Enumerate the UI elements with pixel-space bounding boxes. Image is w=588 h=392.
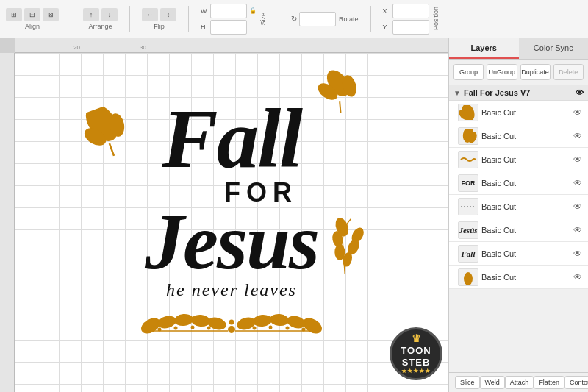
svg-line-3	[340, 101, 340, 113]
canvas-area[interactable]: 20 30	[0, 38, 448, 392]
contour-button[interactable]: Contour	[564, 376, 588, 389]
layer-item[interactable]: Basic Cut 👁	[449, 195, 588, 218]
svg-point-16	[173, 313, 193, 327]
layer-list: Basic Cut 👁 Basic Cut 👁 Basic Cut 👁 FOR	[449, 101, 588, 372]
ungroup-button[interactable]: UnGroup	[487, 64, 517, 80]
layer-name-8: Basic Cut	[481, 273, 569, 282]
layer-item[interactable]: FOR Basic Cut 👁	[449, 171, 588, 195]
layer-eye-2[interactable]: 👁	[572, 130, 584, 142]
layer-item[interactable]: Basic Cut 👁	[449, 266, 588, 289]
right-panel: Layers Color Sync Group UnGroup Duplicat…	[448, 38, 588, 392]
layer-group-header[interactable]: ▼ Fall For Jesus V7 👁	[449, 85, 588, 101]
layer-eye-8[interactable]: 👁	[572, 271, 584, 283]
bottom-panel: Slice Weld Attach Flatten Contour	[449, 372, 588, 392]
layer-item[interactable]: Fall Basic Cut 👁	[449, 242, 588, 266]
svg-point-24	[228, 326, 235, 333]
design-container: Fall FOR Jesus he never leaves	[74, 65, 390, 381]
sep2	[129, 6, 130, 32]
x-input[interactable]	[392, 4, 429, 18]
svg-point-34	[269, 325, 273, 329]
lock-icon: 🔒	[249, 7, 257, 14]
arrange-group: ↑ ↓ Arrange	[83, 8, 118, 30]
sep3	[188, 6, 189, 32]
rotate-icon: ↻	[291, 15, 297, 23]
duplicate-button[interactable]: Duplicate	[520, 64, 551, 80]
attach-button[interactable]: Attach	[505, 376, 534, 389]
layer-eye-1[interactable]: 👁	[572, 107, 584, 118]
sep5	[370, 6, 371, 32]
group-button[interactable]: Group	[453, 64, 484, 80]
layer-item[interactable]: Basic Cut 👁	[449, 124, 588, 148]
w-label: W	[201, 7, 208, 15]
text-jesus: Jesus	[145, 208, 318, 276]
position-label: Position	[432, 7, 440, 30]
svg-point-41	[464, 272, 473, 285]
align-icon-1[interactable]: ⊞	[6, 8, 22, 21]
logo-badge: ♛ TOON STEB ★★★★★	[390, 327, 442, 380]
layer-name-3: Basic Cut	[481, 155, 569, 164]
tab-color-sync[interactable]: Color Sync	[519, 38, 589, 59]
panel-tabs: Layers Color Sync	[449, 38, 588, 60]
layer-item[interactable]: Basic Cut 👁	[449, 101, 588, 124]
tab-layers[interactable]: Layers	[449, 38, 519, 59]
layer-item[interactable]: Basic Cut 👁	[449, 148, 588, 171]
layer-item[interactable]: Jesús Basic Cut 👁	[449, 218, 588, 242]
svg-line-7	[110, 143, 114, 155]
svg-point-32	[302, 327, 306, 331]
svg-point-17	[190, 314, 210, 327]
align-icon-3[interactable]: ⊠	[43, 8, 59, 21]
logo-crown-icon: ♛	[412, 332, 421, 345]
flip-icon-1[interactable]: ↔	[142, 8, 158, 21]
layer-eye-6[interactable]: 👁	[572, 224, 584, 236]
flip-group: ↔ ↕ Flip	[142, 8, 176, 30]
layer-eye-5[interactable]: 👁	[572, 201, 584, 213]
layer-eye-7[interactable]: 👁	[572, 248, 584, 260]
layer-thumb-7: Fall	[458, 245, 478, 263]
main-area: 20 30	[0, 38, 588, 392]
h-label: H	[201, 24, 208, 31]
ruler-mark-30: 30	[140, 44, 146, 51]
width-input[interactable]	[210, 4, 247, 18]
ruler-left	[0, 53, 15, 392]
layer-eye-4[interactable]: 👁	[572, 177, 584, 189]
rotate-input[interactable]	[299, 12, 336, 26]
flatten-button[interactable]: Flatten	[534, 376, 564, 389]
svg-point-20	[158, 327, 162, 331]
canvas-content: Fall FOR Jesus he never leaves	[15, 53, 448, 392]
layer-name-7: Basic Cut	[481, 249, 569, 258]
layer-thumb-4: FOR	[458, 174, 478, 192]
layer-thumb-1	[458, 104, 478, 121]
laurel-decoration	[129, 307, 334, 344]
arrange-icon-1[interactable]: ↑	[83, 8, 99, 21]
arrange-icon-2[interactable]: ↓	[101, 8, 118, 21]
ruler-top: 20 30	[15, 38, 448, 53]
logo-line1: TOON	[401, 345, 431, 357]
group-eye-icon[interactable]: 👁	[576, 88, 584, 97]
y-input[interactable]	[392, 20, 429, 35]
align-icon-2[interactable]: ⊟	[24, 8, 40, 21]
sep1	[71, 6, 71, 32]
size-group: W 🔒 H Size	[201, 4, 267, 35]
svg-point-25	[229, 319, 234, 324]
ruler-mark-20: 20	[74, 44, 80, 51]
align-group: ⊞ ⊟ ⊠ Align	[6, 8, 59, 30]
flip-icon-2[interactable]: ↕	[160, 8, 176, 21]
rotate-label: Rotate	[339, 15, 359, 23]
layer-name-5: Basic Cut	[481, 202, 569, 211]
text-tagline: he never leaves	[166, 280, 297, 300]
flip-label: Flip	[154, 23, 165, 30]
panel-actions: Group UnGroup Duplicate Delete	[449, 60, 588, 85]
x-label: X	[383, 7, 390, 15]
slice-button[interactable]: Slice	[455, 376, 480, 389]
layer-eye-3[interactable]: 👁	[572, 154, 584, 165]
layer-name-2: Basic Cut	[481, 132, 569, 140]
layer-name-1: Basic Cut	[481, 108, 569, 117]
delete-button[interactable]: Delete	[553, 64, 584, 80]
weld-button[interactable]: Weld	[480, 376, 505, 389]
toolbar: ⊞ ⊟ ⊠ Align ↑ ↓ Arrange ↔ ↕ Flip W 🔒 H	[0, 0, 588, 38]
svg-point-35	[253, 326, 257, 329]
layer-thumb-6: Jesús	[458, 221, 478, 239]
height-input[interactable]	[210, 20, 247, 35]
layer-thumb-5	[458, 198, 478, 215]
layer-thumb-8	[458, 268, 478, 286]
